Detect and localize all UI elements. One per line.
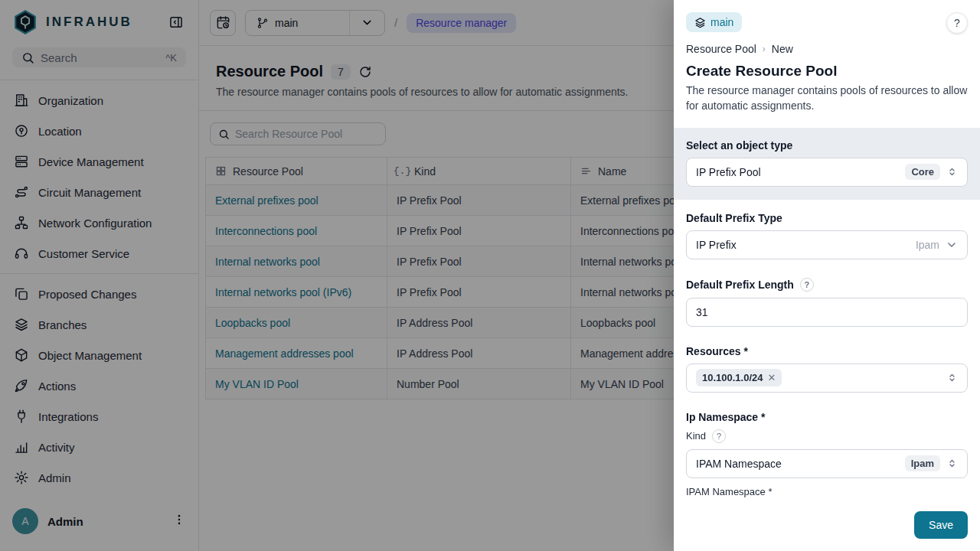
panel-breadcrumb: Resource Pool › New [686, 43, 968, 55]
updown-stepper-icon [946, 458, 958, 469]
default-prefix-length-label: Default Prefix Length [686, 279, 794, 291]
object-type-value: IP Prefix Pool [696, 166, 899, 178]
object-type-section: Select an object type IP Prefix Pool Cor… [674, 128, 980, 200]
help-tooltip-icon[interactable]: ? [712, 429, 726, 443]
resources-multiselect[interactable]: 10.100.1.0/24 ✕ [686, 364, 968, 393]
help-tooltip-icon[interactable]: ? [800, 278, 814, 292]
branch-badge: main [686, 12, 742, 32]
remove-chip-icon[interactable]: ✕ [768, 372, 776, 383]
ipam-namespace-label: IPAM Namespace * [686, 486, 968, 497]
kind-label: Kind [686, 430, 706, 442]
field-ip-namespace: Ip Namespace * Kind ? IPAM Namespace Ipa… [686, 411, 968, 499]
panel-header: main ? Resource Pool › New Create Resour… [674, 0, 980, 128]
default-prefix-type-select[interactable]: IP Prefix Ipam [686, 230, 968, 259]
kind-badge: Ipam [905, 455, 940, 471]
chevron-down-icon [946, 239, 958, 251]
updown-stepper-icon [946, 166, 958, 178]
object-type-label: Select an object type [686, 139, 968, 152]
panel-form: Default Prefix Type IP Prefix Ipam Defau… [674, 200, 980, 499]
kind-value: IPAM Namespace [696, 458, 899, 470]
default-prefix-type-value: IP Prefix [696, 239, 910, 251]
panel-title: Create Resource Pool [686, 63, 968, 80]
default-prefix-type-label: Default Prefix Type [686, 212, 968, 224]
field-resources: Resources * 10.100.1.0/24 ✕ [686, 345, 968, 393]
default-prefix-length-input[interactable] [686, 298, 968, 327]
object-type-select[interactable]: IP Prefix Pool Core [686, 158, 968, 187]
field-default-prefix-length: Default Prefix Length ? [686, 278, 968, 327]
breadcrumb-current: New [772, 43, 793, 55]
default-prefix-type-hint: Ipam [916, 239, 939, 251]
create-resource-pool-panel: main ? Resource Pool › New Create Resour… [674, 0, 980, 551]
panel-branch-name: main [710, 16, 733, 28]
panel-footer: Save [674, 499, 980, 551]
resources-label: Resources * [686, 345, 968, 357]
chevron-right-icon: › [763, 44, 766, 54]
help-button[interactable]: ? [946, 12, 968, 34]
resource-chip-value: 10.100.1.0/24 [702, 372, 763, 383]
object-type-badge: Core [905, 164, 940, 180]
resource-chip: 10.100.1.0/24 ✕ [696, 369, 782, 386]
save-button[interactable]: Save [914, 511, 968, 539]
field-default-prefix-type: Default Prefix Type IP Prefix Ipam [686, 212, 968, 259]
updown-stepper-icon [946, 372, 958, 383]
breadcrumb-parent[interactable]: Resource Pool [686, 43, 756, 55]
ip-namespace-group-label: Ip Namespace * [686, 411, 968, 423]
panel-description: The resource manager contains pools of r… [686, 83, 968, 114]
kind-select[interactable]: IPAM Namespace Ipam [686, 449, 968, 478]
layers-icon [694, 17, 706, 28]
